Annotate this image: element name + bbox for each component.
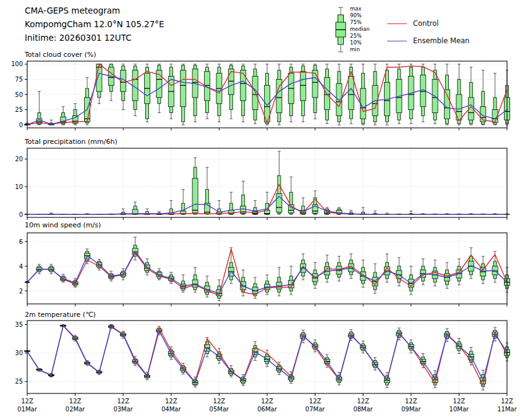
boxplot bbox=[132, 64, 138, 116]
svg-text:25: 25 bbox=[15, 106, 23, 113]
boxplot bbox=[228, 248, 234, 284]
boxplot bbox=[205, 167, 210, 214]
boxplot bbox=[288, 64, 294, 122]
boxplot bbox=[192, 267, 198, 292]
svg-text:30: 30 bbox=[15, 350, 23, 356]
svg-text:09Mar: 09Mar bbox=[401, 406, 421, 413]
boxplot bbox=[372, 211, 378, 214]
svg-text:2: 2 bbox=[19, 288, 23, 295]
boxplot bbox=[276, 267, 282, 296]
svg-text:12Z: 12Z bbox=[213, 398, 226, 405]
legend: max 90% 75% median 25% 10% min Control E… bbox=[333, 4, 518, 56]
svg-text:06Mar: 06Mar bbox=[257, 406, 277, 413]
boxplot bbox=[252, 277, 258, 298]
svg-text:35: 35 bbox=[15, 321, 23, 328]
control-line-icon bbox=[387, 23, 407, 24]
svg-text:02Mar: 02Mar bbox=[66, 406, 85, 413]
boxplot bbox=[396, 258, 402, 286]
panel-temperature: 253035 bbox=[15, 321, 509, 396]
svg-text:100: 100 bbox=[11, 61, 23, 67]
svg-text:03Mar: 03Mar bbox=[113, 406, 133, 413]
legend-label-max: max bbox=[350, 6, 362, 12]
panel-title-cloud-cover: Total cloud cover (%) bbox=[25, 51, 96, 59]
svg-text:4: 4 bbox=[19, 263, 23, 270]
svg-text:12Z: 12Z bbox=[21, 398, 33, 405]
svg-text:12Z: 12Z bbox=[453, 398, 466, 405]
location-label: KompomgCham 12.0°N 105.27°E bbox=[25, 17, 164, 31]
boxplot bbox=[372, 64, 378, 125]
boxplot bbox=[408, 211, 414, 214]
boxplot bbox=[252, 64, 258, 124]
boxplot bbox=[420, 64, 426, 122]
boxplot bbox=[288, 177, 294, 214]
svg-text:04Mar: 04Mar bbox=[161, 406, 181, 413]
svg-text:10: 10 bbox=[15, 183, 23, 190]
boxplot bbox=[96, 64, 102, 104]
boxplot bbox=[168, 64, 174, 119]
boxplot bbox=[312, 64, 318, 119]
svg-text:75: 75 bbox=[15, 76, 23, 83]
page-title: CMA-GEPS meteogram bbox=[25, 4, 164, 17]
y-tick-labels: 253035 bbox=[15, 321, 27, 385]
boxplot bbox=[408, 266, 414, 295]
boxplot bbox=[468, 67, 474, 125]
boxplot bbox=[265, 275, 270, 295]
panel-cloud-cover: 0255075100 bbox=[11, 61, 510, 130]
y-tick-labels: 246 bbox=[19, 238, 27, 295]
svg-text:12Z: 12Z bbox=[69, 398, 82, 405]
svg-text:6: 6 bbox=[19, 238, 23, 245]
control-line bbox=[27, 249, 507, 295]
boxplot bbox=[468, 248, 474, 279]
init-time-label: Initime: 20260301 12UTC bbox=[25, 31, 164, 44]
svg-text:12Z: 12Z bbox=[309, 398, 322, 405]
legend-label-p75: 75% bbox=[350, 19, 362, 25]
panel-title-temperature: 2m temperature (℃) bbox=[25, 311, 96, 319]
x-tick-labels: 12Z01Mar12Z02Mar12Z03Mar12Z04Mar12Z05Mar… bbox=[17, 398, 517, 413]
svg-text:05Mar: 05Mar bbox=[210, 406, 229, 413]
legend-entries: Control Ensemble Mean bbox=[387, 15, 469, 49]
legend-label-p10: 10% bbox=[350, 40, 362, 46]
svg-text:12Z: 12Z bbox=[501, 398, 513, 405]
legend-control-label: Control bbox=[413, 19, 439, 28]
panel-title-precipitation: Total precipitation (mm/6h) bbox=[25, 138, 117, 146]
boxplot bbox=[276, 151, 282, 214]
boxplot bbox=[288, 266, 294, 295]
svg-text:08Mar: 08Mar bbox=[353, 406, 373, 413]
meteogram-page: 02550751000102024625303512Z01Mar12Z02Mar… bbox=[0, 0, 520, 420]
panel-precipitation: 01020 bbox=[15, 148, 509, 220]
boxplot bbox=[228, 64, 234, 119]
svg-text:12Z: 12Z bbox=[357, 398, 369, 405]
svg-text:0: 0 bbox=[19, 122, 23, 128]
svg-text:0: 0 bbox=[19, 211, 23, 218]
boxplot bbox=[276, 64, 282, 125]
svg-text:25: 25 bbox=[15, 378, 23, 385]
legend-label-median: median bbox=[350, 26, 370, 32]
legend-label-p25: 25% bbox=[350, 33, 362, 39]
boxplot bbox=[85, 78, 90, 125]
boxplot bbox=[492, 251, 498, 282]
boxplot bbox=[205, 64, 210, 119]
meteogram-chart: 02550751000102024625303512Z01Mar12Z02Mar… bbox=[0, 0, 520, 420]
boxplots bbox=[25, 237, 510, 301]
boxplot bbox=[360, 64, 366, 125]
boxplot bbox=[192, 158, 198, 214]
ensemble-mean-line-icon bbox=[387, 41, 407, 41]
svg-text:11Mar: 11Mar bbox=[497, 406, 517, 413]
boxplot bbox=[121, 64, 126, 110]
y-tick-labels: 01020 bbox=[15, 156, 27, 218]
legend-ensemble-mean-label: Ensemble Mean bbox=[413, 36, 469, 45]
legend-entry-control: Control bbox=[387, 15, 469, 32]
boxplot bbox=[192, 64, 198, 122]
boxplot bbox=[181, 275, 186, 292]
boxplot bbox=[276, 362, 282, 374]
panel-title-wind-speed: 10m wind speed (m/s) bbox=[25, 221, 101, 229]
legend-label-p90: 90% bbox=[350, 12, 362, 19]
svg-text:12Z: 12Z bbox=[405, 398, 417, 405]
boxplot bbox=[420, 259, 426, 285]
boxplot bbox=[372, 264, 378, 293]
boxplot bbox=[348, 64, 354, 124]
svg-text:07Mar: 07Mar bbox=[305, 406, 325, 413]
boxplot bbox=[336, 64, 342, 125]
svg-text:01Mar: 01Mar bbox=[17, 406, 37, 413]
boxplot bbox=[205, 276, 210, 297]
